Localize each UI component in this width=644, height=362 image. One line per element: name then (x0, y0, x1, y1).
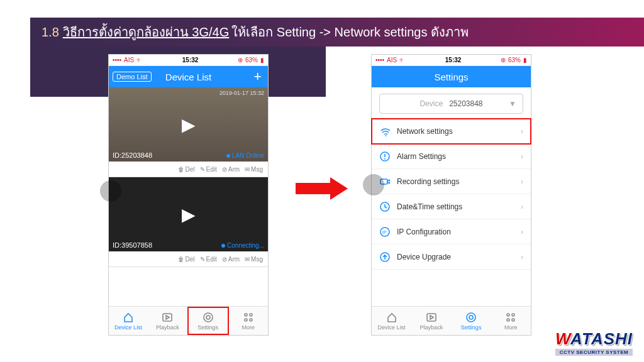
row-label: Recording settings (397, 177, 459, 186)
device-selector-label: Device (419, 99, 443, 108)
ip-icon: IP (379, 226, 391, 238)
card-actions: 🗑Del ✎Edit ⊘Arm ✉Msg (109, 251, 268, 266)
tab-settings[interactable]: Settings (187, 307, 229, 335)
tab-bar: Device List Playback Settings More (109, 306, 268, 335)
nav-title: Settings (434, 72, 468, 82)
svg-point-3 (245, 314, 247, 316)
chevron-right-icon: › (521, 127, 523, 136)
card-actions: 🗑Del ✎Edit ⊘Arm ✉Msg (109, 162, 268, 177)
status-bar: ••••AISᯤ 15:32 ⊕63%▮ (372, 55, 531, 66)
delete-button[interactable]: 🗑Del (178, 256, 195, 263)
assistive-touch-icon[interactable] (100, 180, 121, 202)
chevron-right-icon: › (521, 152, 523, 161)
battery-pct: 63% (245, 57, 258, 63)
device-selector[interactable]: Device 25203848 ▼ (379, 94, 523, 114)
row-recording-settings[interactable]: Recording settings › (372, 169, 531, 194)
tab-settings[interactable]: Settings (452, 307, 491, 335)
status-badge: LAN Online (226, 152, 264, 159)
status-dot-icon (221, 244, 225, 248)
svg-point-4 (250, 314, 252, 316)
row-label: Alarm Settings (397, 152, 446, 161)
arrow-icon (296, 176, 352, 201)
phone-settings: ••••AISᯤ 15:32 ⊕63%▮ Settings Device 252… (371, 54, 531, 336)
title-underlined: วิธีการตั้งค่าดูกล้องผ่าน 3G/4G (63, 22, 229, 42)
row-datetime-settings[interactable]: Date&Time settings › (372, 194, 531, 219)
device-selector-value: 25203848 (449, 99, 482, 108)
status-badge: Connecting... (221, 242, 264, 249)
device-id-label: ID:39507858 (113, 241, 152, 249)
row-label: Device Upgrade (397, 253, 451, 261)
play-icon[interactable]: ▶ (182, 204, 196, 225)
row-ip-configuration[interactable]: IP IP Configuration › (372, 219, 531, 244)
alert-icon (379, 151, 391, 162)
nav-title: Device List (165, 72, 211, 82)
edit-button[interactable]: ✎Edit (200, 256, 217, 263)
tab-device-list[interactable]: Device List (109, 307, 148, 335)
row-alarm-settings[interactable]: Alarm Settings › (372, 144, 531, 169)
tab-bar: Device List Playback Settings More (372, 306, 531, 335)
home-icon (386, 312, 397, 323)
svg-point-10 (384, 158, 386, 160)
add-device-button[interactable]: + (253, 70, 262, 84)
gear-icon (203, 312, 214, 323)
carrier-label: AIS (124, 57, 134, 63)
svg-point-19 (507, 314, 509, 316)
row-label: Network settings (397, 127, 453, 136)
nav-bar: Settings (372, 66, 531, 87)
battery-pct: 63% (508, 57, 521, 63)
tab-more[interactable]: More (491, 307, 531, 335)
step-number: 1.8 (42, 25, 59, 40)
device-id-label: ID:25203848 (113, 151, 152, 159)
delete-button[interactable]: 🗑Del (178, 166, 195, 173)
svg-point-6 (250, 319, 252, 321)
play-icon (162, 312, 173, 323)
svg-point-18 (467, 313, 475, 322)
video-thumbnail[interactable]: ▶ ID:39507858 Connecting... (109, 177, 268, 251)
phone-device-list: ••••AISᯤ 15:32 ⊕63%▮ Demo List Device Li… (108, 54, 269, 336)
msg-button[interactable]: ✉Msg (245, 256, 263, 263)
battery-icon: ▮ (523, 57, 527, 63)
row-device-upgrade[interactable]: Device Upgrade › (372, 244, 531, 270)
row-network-settings[interactable]: Network settings › (372, 119, 531, 144)
svg-rect-0 (163, 314, 172, 321)
assistive-touch-icon[interactable] (363, 174, 384, 195)
signal-icon: •••• (375, 57, 384, 63)
svg-point-2 (204, 313, 213, 322)
more-icon (243, 312, 254, 323)
device-card[interactable]: ▶ ID:39507858 Connecting... 🗑Del ✎Edit ⊘… (109, 177, 268, 267)
home-icon (123, 312, 134, 323)
tab-device-list[interactable]: Device List (372, 307, 411, 335)
battery-icon: ▮ (260, 57, 264, 63)
tab-playback[interactable]: Playback (148, 307, 187, 335)
row-label: Date&Time settings (397, 202, 462, 211)
arm-button[interactable]: ⊘Arm (222, 256, 240, 263)
nav-bar: Demo List Device List + (109, 66, 268, 87)
gear-icon (465, 312, 477, 323)
msg-button[interactable]: ✉Msg (245, 166, 263, 173)
carrier-label: AIS (387, 57, 397, 63)
chevron-right-icon: › (521, 228, 523, 236)
status-bar: ••••AISᯤ 15:32 ⊕63%▮ (109, 55, 268, 66)
svg-point-7 (386, 135, 387, 136)
slide-title-banner: 1.8 วิธีการตั้งค่าดูกล้องผ่าน 3G/4G ให้เ… (30, 18, 644, 47)
title-rest: ให้เลือก Setting -> Network settings ดัง… (231, 22, 469, 42)
clock-label: 15:32 (445, 57, 462, 63)
row-label: IP Configuration (397, 228, 451, 236)
edit-button[interactable]: ✎Edit (200, 166, 217, 173)
video-thumbnail[interactable]: 2019-01-17 15:32 ▶ ID:25203848 LAN Onlin… (109, 87, 268, 162)
svg-point-1 (206, 315, 210, 319)
logo-rest: ATASHI (570, 329, 633, 348)
tab-more[interactable]: More (229, 307, 268, 335)
timestamp-label: 2019-01-17 15:32 (219, 90, 264, 96)
clock-label: 15:32 (182, 57, 199, 63)
tab-playback[interactable]: Playback (411, 307, 451, 335)
play-icon[interactable]: ▶ (182, 114, 196, 135)
device-card[interactable]: 2019-01-17 15:32 ▶ ID:25203848 LAN Onlin… (109, 87, 268, 177)
svg-point-5 (245, 319, 247, 321)
svg-point-21 (507, 319, 509, 321)
logo-w: W (555, 329, 570, 348)
wifi-icon: ᯤ (136, 57, 143, 63)
back-button[interactable]: Demo List (113, 72, 152, 82)
chevron-down-icon: ▼ (509, 99, 516, 108)
arm-button[interactable]: ⊘Arm (222, 166, 240, 173)
